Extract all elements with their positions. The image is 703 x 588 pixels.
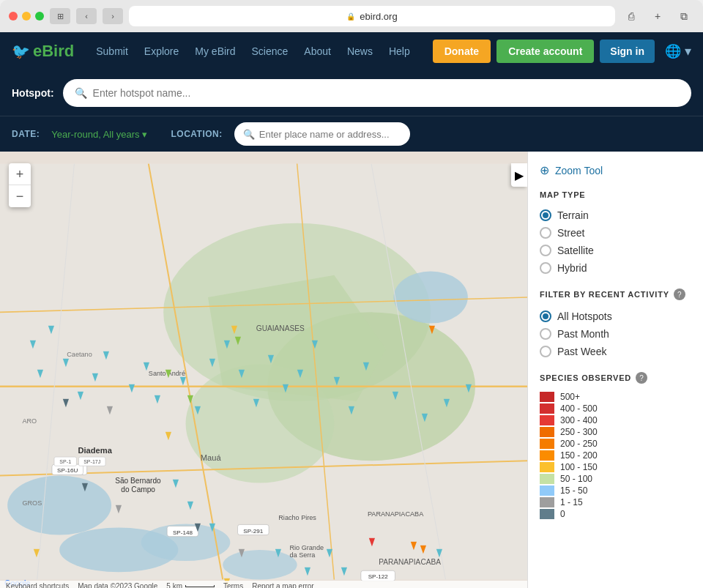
legend-150-200: 150 - 200: [540, 450, 691, 461]
svg-text:do Campo: do Campo: [121, 485, 155, 494]
hotspot-input[interactable]: [93, 87, 680, 99]
location-search-icon: 🔍: [243, 129, 255, 140]
filter-past-month[interactable]: Past Month: [540, 325, 691, 343]
legend-label-50-100: 50 - 100: [560, 474, 592, 484]
map-expand-button[interactable]: ▶: [511, 163, 527, 187]
url-text: ebird.org: [360, 11, 397, 22]
legend-color-400-500: [540, 403, 554, 414]
share-button[interactable]: ⎙: [621, 8, 641, 24]
map-type-satellite[interactable]: Satellite: [540, 242, 691, 259]
legend-color-1-15: [540, 497, 554, 507]
location-input[interactable]: [259, 129, 401, 140]
svg-text:da Serra: da Serra: [289, 551, 316, 559]
map-zoom-controls: + −: [9, 163, 31, 207]
legend-0: 0: [540, 508, 691, 520]
forward-button[interactable]: ›: [103, 8, 123, 24]
logo-text: eBird: [33, 42, 74, 61]
terms-link[interactable]: Terms: [223, 582, 243, 588]
nav-buttons: Donate Create account Sign in 🌐 ▾: [433, 40, 691, 63]
zoom-in-button[interactable]: +: [9, 163, 31, 185]
tabs-button[interactable]: ⧉: [674, 8, 694, 24]
radio-terrain[interactable]: [540, 209, 551, 221]
traffic-lights: [9, 12, 44, 21]
legend-label-300-400: 300 - 400: [560, 415, 598, 425]
lock-icon: 🔒: [346, 12, 355, 21]
date-filter[interactable]: Year-round, All years ▾: [51, 129, 147, 140]
radio-hybrid[interactable]: [540, 262, 551, 274]
map-type-terrain[interactable]: Terrain: [540, 206, 691, 224]
all-hotspots-label: All Hotspots: [557, 310, 612, 322]
nav-science[interactable]: Science: [245, 41, 296, 62]
svg-text:Rio Grande: Rio Grande: [289, 544, 324, 551]
svg-text:SP-148: SP-148: [173, 529, 193, 536]
zoom-out-button[interactable]: −: [9, 185, 31, 207]
legend-100-150: 100 - 150: [540, 461, 691, 473]
legend-label-1-15: 1 - 15: [560, 497, 583, 507]
legend-label-0: 0: [560, 509, 565, 519]
radio-all-hotspots[interactable]: [540, 310, 551, 322]
date-value: Year-round, All years: [51, 129, 139, 140]
legend-color-250-300: [540, 427, 554, 437]
species-help[interactable]: ?: [636, 372, 647, 384]
radio-street[interactable]: [540, 227, 551, 239]
bird-icon: 🐦: [12, 42, 30, 60]
map-sidebar: ⊕ Zoom Tool MAP TYPE Terrain Street Sate…: [527, 152, 703, 588]
svg-text:Mauá: Mauá: [201, 453, 222, 462]
keyboard-shortcuts[interactable]: Keyboard shortcuts: [6, 582, 69, 588]
map-area[interactable]: SP-160 SP-148 SP-160 SP-16U SP-241 SP-12…: [0, 152, 527, 588]
hotspot-label: Hotspot:: [12, 87, 54, 99]
past-month-label: Past Month: [557, 328, 609, 340]
nav-news[interactable]: News: [340, 41, 380, 62]
filter-bar: DATE: Year-round, All years ▾ LOCATION: …: [0, 116, 703, 152]
address-bar[interactable]: 🔒 ebird.org: [129, 6, 615, 26]
radio-satellite[interactable]: [540, 245, 551, 256]
svg-text:SP-122: SP-122: [368, 573, 389, 580]
legend-label-15-50: 15 - 50: [560, 485, 587, 496]
radio-past-month[interactable]: [540, 328, 551, 340]
ebird-logo[interactable]: 🐦 eBird: [12, 42, 74, 61]
radio-past-week[interactable]: [540, 346, 551, 357]
svg-text:Diadema: Diadema: [78, 446, 112, 455]
nav-myebird[interactable]: My eBird: [187, 41, 242, 62]
nav-help[interactable]: Help: [382, 41, 417, 62]
nav-submit[interactable]: Submit: [89, 41, 135, 62]
hotspot-search-field[interactable]: 🔍: [63, 79, 691, 107]
language-button[interactable]: 🌐 ▾: [665, 43, 691, 59]
search-icon: 🔍: [75, 87, 87, 99]
donate-button[interactable]: Donate: [433, 40, 491, 63]
zoom-tool-label: Zoom Tool: [555, 165, 603, 176]
maximize-button[interactable]: [35, 12, 44, 21]
map-type-hybrid[interactable]: Hybrid: [540, 259, 691, 277]
create-account-button[interactable]: Create account: [496, 40, 594, 63]
svg-text:GROS: GROS: [22, 499, 42, 507]
map-type-street[interactable]: Street: [540, 224, 691, 242]
svg-text:PARANAPIACABA: PARANAPIACABA: [379, 558, 441, 566]
close-button[interactable]: [9, 12, 18, 21]
species-title: SPECIES OBSERVED: [540, 373, 631, 382]
minimize-button[interactable]: [22, 12, 31, 21]
legend-color-0: [540, 509, 554, 519]
location-search-field[interactable]: 🔍: [234, 122, 410, 146]
chevron-down-icon: ▾: [142, 129, 147, 140]
new-tab-button[interactable]: +: [647, 8, 668, 24]
svg-text:PARANAPIACABA: PARANAPIACABA: [368, 510, 424, 518]
legend-label-200-250: 200 - 250: [560, 439, 598, 449]
legend-1-15: 1 - 15: [540, 496, 691, 508]
report-error-link[interactable]: Report a map error: [252, 582, 313, 588]
activity-filter-group: All Hotspots Past Month Past Week: [540, 308, 691, 360]
nav-about[interactable]: About: [297, 41, 338, 62]
legend-label-250-300: 250 - 300: [560, 427, 598, 437]
filter-activity-help[interactable]: ?: [674, 289, 685, 300]
filter-all-hotspots[interactable]: All Hotspots: [540, 308, 691, 325]
legend-color-200-250: [540, 439, 554, 449]
sign-in-button[interactable]: Sign in: [600, 40, 655, 63]
filter-past-week[interactable]: Past Week: [540, 343, 691, 360]
zoom-tool-button[interactable]: ⊕ Zoom Tool: [540, 163, 691, 177]
back-button[interactable]: ‹: [76, 8, 97, 24]
legend-15-50: 15 - 50: [540, 485, 691, 496]
map-type-title: MAP TYPE: [540, 190, 691, 199]
nav-links: Submit Explore My eBird Science About Ne…: [89, 41, 432, 62]
sidebar-toggle[interactable]: ⊞: [50, 8, 70, 24]
map-svg: SP-160 SP-148 SP-160 SP-16U SP-241 SP-12…: [0, 152, 527, 588]
nav-explore[interactable]: Explore: [137, 41, 186, 62]
